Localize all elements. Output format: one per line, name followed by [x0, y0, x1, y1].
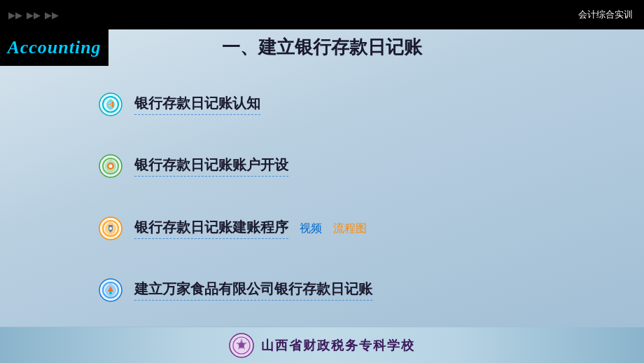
footer: 山西省财政税务专科学校 — [0, 327, 644, 363]
logo-area: Accounting — [0, 29, 108, 66]
svg-point-7 — [109, 165, 113, 168]
menu-link-container-2: 银行存款日记账账户开设 — [134, 156, 616, 177]
top-bar: ▶▶ ▶▶ ▶▶ 会计综合实训 — [0, 0, 644, 29]
footer-text: 山西省财政税务专科学校 — [261, 337, 415, 354]
svg-point-14 — [109, 292, 112, 294]
svg-point-10 — [109, 227, 112, 230]
menu-icon-2 — [98, 153, 123, 179]
menu-icon-3 — [98, 216, 123, 241]
menu-link-container-1: 银行存款日记账认知 — [134, 94, 616, 115]
menu-icon-1 — [98, 92, 123, 117]
content-area: 银行存款日记账认知 银行存款日记账账户开设 — [98, 74, 616, 321]
menu-item-4: 建立万家食品有限公司银行存款日记账 — [98, 275, 616, 306]
course-label: 会计综合实训 — [578, 8, 633, 21]
sub-link-video[interactable]: 视频 — [300, 221, 322, 236]
logo-text: Accounting — [7, 37, 101, 58]
menu-link-2[interactable]: 银行存款日记账账户开设 — [134, 156, 288, 177]
arrow-down-icon[interactable]: ▶▶ — [45, 10, 59, 20]
arrow-left-icon[interactable]: ▶▶ — [8, 10, 22, 20]
menu-link-container-3: 银行存款日记账建账程序 视频 流程图 — [134, 218, 616, 239]
menu-icon-4 — [98, 278, 123, 303]
svg-point-3 — [108, 102, 113, 107]
footer-emblem — [229, 333, 254, 358]
svg-point-18 — [239, 343, 244, 348]
menu-item-2: 银行存款日记账账户开设 — [98, 151, 616, 182]
window-controls: ▶▶ ▶▶ ▶▶ — [8, 10, 59, 20]
menu-item-1: 银行存款日记账认知 — [98, 89, 616, 120]
menu-link-4[interactable]: 建立万家食品有限公司银行存款日记账 — [134, 280, 372, 301]
arrow-right-icon[interactable]: ▶▶ — [27, 10, 41, 20]
menu-link-1[interactable]: 银行存款日记账认知 — [134, 94, 260, 115]
menu-item-3: 银行存款日记账建账程序 视频 流程图 — [98, 213, 616, 244]
sub-link-flowchart[interactable]: 流程图 — [333, 221, 367, 236]
menu-link-container-4: 建立万家食品有限公司银行存款日记账 — [134, 280, 616, 301]
menu-link-3[interactable]: 银行存款日记账建账程序 — [134, 218, 288, 239]
